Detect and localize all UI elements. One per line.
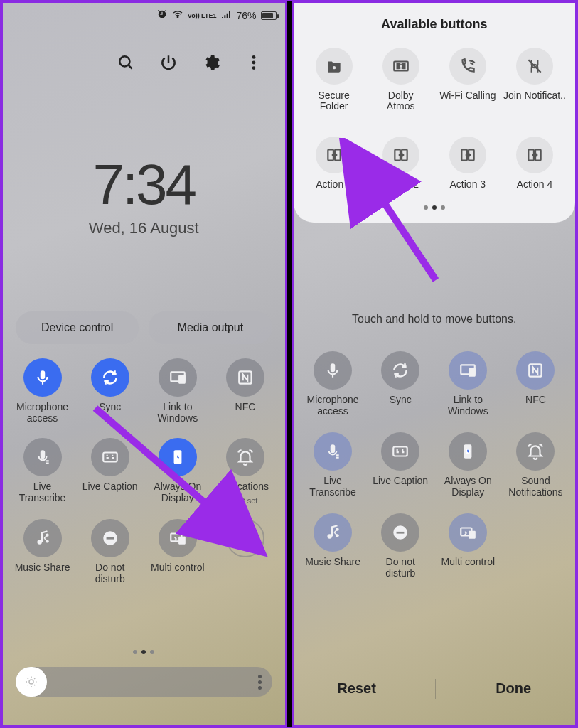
tile-label: Live Caption (82, 481, 138, 492)
brightness-thumb[interactable] (16, 667, 47, 697)
qs-tile[interactable]: Microphone access (299, 351, 367, 417)
alarm-icon (156, 9, 168, 22)
qs-tile[interactable]: otificationsNot set (211, 438, 279, 505)
dolby-icon[interactable] (382, 48, 419, 85)
tile-label: Live Transcribe (309, 475, 356, 498)
join-icon[interactable] (516, 48, 553, 85)
qs-tile[interactable]: NFC (502, 351, 569, 417)
done-button[interactable]: Done (467, 673, 560, 704)
available-tile[interactable]: Join Notificat.. (501, 48, 568, 112)
qs-tile[interactable]: Do not disturb (76, 519, 144, 584)
music-share-icon[interactable] (314, 513, 352, 552)
dnd-icon[interactable] (91, 519, 129, 557)
caption-icon[interactable] (381, 432, 419, 471)
action-icon[interactable] (516, 136, 553, 173)
plus-icon[interactable] (226, 519, 264, 557)
battery-pct: 76% (236, 10, 256, 21)
available-tile[interactable]: Action 3 (434, 136, 501, 190)
caption-icon[interactable] (91, 438, 129, 476)
qs-tile[interactable]: Live Transcribe (299, 432, 367, 498)
nfc-icon[interactable] (516, 351, 555, 390)
qs-tile[interactable] (211, 519, 279, 584)
action-icon[interactable] (449, 136, 486, 173)
gear-icon[interactable] (201, 53, 221, 73)
bottom-bar: Reset Done (294, 673, 576, 704)
action-icon[interactable] (316, 136, 353, 173)
tile-label: Action 2 (382, 179, 419, 190)
qs-tile[interactable]: Sync (367, 351, 434, 417)
qs-tile[interactable]: Live Caption (76, 438, 144, 505)
qs-tile[interactable]: Music Share (9, 519, 76, 584)
tile-label: Music Share (15, 562, 70, 573)
link-win-icon[interactable] (159, 358, 197, 397)
qs-tile[interactable]: Always On Display (434, 432, 502, 498)
available-tile[interactable]: Secure Folder (301, 48, 368, 112)
secure-folder-icon[interactable] (316, 48, 353, 85)
sync-icon[interactable] (91, 358, 129, 397)
tile-label: Secure Folder (318, 90, 349, 112)
qs-tile[interactable]: NFC (211, 358, 279, 424)
bell-icon[interactable] (226, 438, 264, 476)
svg-rect-42 (469, 531, 476, 539)
battery-icon (261, 11, 277, 20)
available-tile[interactable]: Dolby Atmos (368, 48, 434, 112)
tile-label: Link to Windows (448, 394, 488, 417)
qs-tile[interactable]: Music Share (299, 513, 367, 579)
tile-label: Multi control (151, 562, 204, 573)
qs-tile[interactable]: Always On Display (144, 438, 211, 505)
aod-icon[interactable] (449, 432, 487, 471)
svg-point-4 (252, 66, 255, 70)
multi-icon[interactable] (449, 513, 487, 552)
svg-point-3 (252, 61, 255, 65)
bell-icon[interactable] (516, 432, 555, 471)
multi-icon[interactable] (159, 519, 197, 557)
tile-label: Action 4 (517, 179, 553, 190)
available-tile[interactable]: Action 2 (368, 136, 434, 190)
sync-icon[interactable] (381, 351, 419, 390)
qs-tile[interactable]: Multi control (144, 519, 211, 584)
transcribe-icon[interactable] (314, 432, 352, 471)
svg-point-0 (177, 16, 178, 18)
qs-tile[interactable]: Microphone access (9, 358, 76, 424)
tile-label: Wi-Fi Calling (439, 90, 496, 101)
tile-label: Join Notificat.. (503, 90, 566, 101)
available-sheet: Available buttons Secure FolderDolby Atm… (294, 3, 576, 223)
action-icon[interactable] (382, 136, 419, 173)
reset-button[interactable]: Reset (309, 673, 404, 704)
brightness-more-icon[interactable] (258, 675, 262, 690)
qs-tile[interactable]: Sync (76, 358, 144, 424)
qs-tile[interactable]: Sound Notifications (502, 432, 569, 498)
mic-icon[interactable] (314, 351, 352, 390)
device-control-button[interactable]: Device control (16, 311, 139, 344)
qs-tile[interactable]: Link to Windows (144, 358, 211, 424)
clock: 7:34 Wed, 16 August (3, 152, 285, 237)
tile-label: Music Share (305, 556, 360, 567)
wifi-call-icon[interactable] (449, 48, 486, 85)
available-tile[interactable]: Wi-Fi Calling (434, 48, 501, 112)
nfc-icon[interactable] (226, 358, 264, 397)
dnd-icon[interactable] (381, 513, 419, 552)
tile-label: Always On Display (444, 475, 492, 498)
qs-tile[interactable]: Live Caption (367, 432, 434, 498)
link-win-icon[interactable] (449, 351, 487, 390)
media-output-button[interactable]: Media output (149, 311, 272, 344)
mic-icon[interactable] (23, 358, 62, 397)
available-tile[interactable]: Action 4 (501, 136, 568, 190)
svg-rect-15 (106, 537, 114, 540)
qs-tile[interactable]: Live Transcribe (9, 438, 76, 505)
svg-point-18 (29, 680, 33, 684)
qs-tile[interactable]: Link to Windows (434, 351, 502, 417)
phone-right: Available buttons Secure FolderDolby Atm… (292, 1, 577, 727)
brightness-slider[interactable] (16, 667, 272, 697)
qs-tile[interactable]: Multi control (434, 513, 502, 579)
available-tile[interactable]: Action 1 (301, 136, 368, 190)
qs-tile[interactable]: Do not disturb (367, 513, 434, 579)
aod-icon[interactable] (159, 438, 197, 476)
more-icon[interactable] (244, 53, 264, 73)
search-icon[interactable] (116, 53, 136, 73)
music-share-icon[interactable] (23, 519, 62, 557)
tile-label: Live Transcribe (19, 481, 66, 503)
tile-label: Dolby Atmos (387, 90, 415, 112)
transcribe-icon[interactable] (23, 438, 62, 476)
power-icon[interactable] (159, 53, 178, 73)
